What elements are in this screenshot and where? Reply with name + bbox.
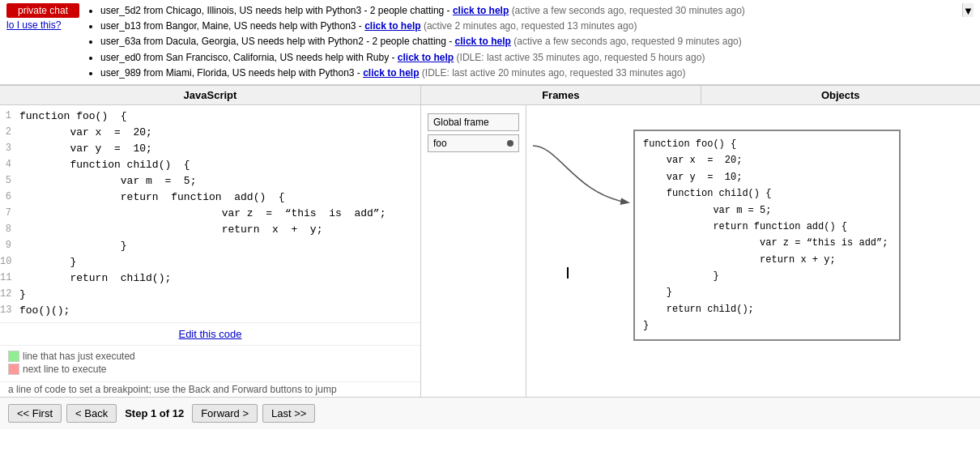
code-line[interactable]: 8 return x + y; (0, 222, 420, 238)
line-content: var y = 10; (16, 141, 420, 157)
nav-bar: << First < Back Step 1 of 12 Forward > L… (0, 397, 980, 429)
text-cursor (567, 267, 569, 279)
line-content: function foo() { (16, 108, 420, 125)
notification-item: user_b13 from Bangor, Maine, US needs he… (100, 19, 962, 34)
code-area[interactable]: 1function foo() {2 var x = 20;3 var y = … (0, 105, 420, 322)
click-help-link[interactable]: click to help (455, 36, 511, 47)
line-number: 5 (0, 173, 16, 188)
line-number: 6 (0, 189, 16, 204)
scrollbar[interactable]: ▼ (962, 3, 974, 17)
notification-meta: (active a few seconds ago, requested 30 … (512, 5, 745, 16)
line-number: 1 (0, 108, 16, 123)
line-content: var z = “this is add”; (16, 206, 420, 222)
code-line[interactable]: 7 var z = “this is add”; (0, 206, 420, 222)
code-line[interactable]: 4 function child() { (0, 157, 420, 173)
legend-green: line that has just executed (8, 351, 412, 362)
line-number: 9 (0, 238, 16, 253)
step-label: Step 1 of 12 (125, 407, 184, 419)
line-content: foo()(); (16, 303, 420, 319)
notification-list: user_5d2 from Chicago, Illinois, US need… (79, 3, 962, 81)
back-button[interactable]: < Back (66, 404, 117, 423)
line-number: 13 (0, 303, 16, 317)
frames-objects-area: Global frame foo (421, 105, 980, 397)
last-button[interactable]: Last >> (262, 404, 315, 423)
code-line[interactable]: 11 return child(); (0, 270, 420, 287)
right-panel: Frames Objects Global frame foo (421, 86, 980, 397)
objects-header: Objects (701, 86, 981, 104)
notification-item: user_989 from Miami, Florida, US needs h… (100, 66, 962, 81)
visualizer: JavaScript 1function foo() {2 var x = 20… (0, 85, 980, 397)
code-line[interactable]: 13foo()(); (0, 303, 420, 319)
object-display: function foo() { var x = 20; var y = 10;… (633, 130, 901, 341)
notification-item: user_ed0 from San Francisco, California,… (100, 50, 962, 66)
code-line[interactable]: 2 var x = 20; (0, 125, 420, 141)
global-frame-label: Global frame (433, 117, 489, 128)
line-number: 7 (0, 206, 16, 220)
line-number: 10 (0, 254, 16, 269)
javascript-header: JavaScript (0, 86, 420, 105)
notification-meta: (IDLE: last active 20 minutes ago, reque… (422, 67, 686, 79)
click-hint: a line of code to set a breakpoint; use … (0, 381, 420, 397)
code-panel: JavaScript 1function foo() {2 var x = 20… (0, 86, 421, 397)
line-number: 8 (0, 222, 16, 236)
line-number: 3 (0, 141, 16, 155)
frames-panel: Global frame foo (421, 105, 526, 397)
foo-frame-dot (507, 140, 513, 147)
line-number: 11 (0, 270, 16, 285)
click-help-link[interactable]: click to help (364, 20, 420, 32)
forward-button[interactable]: Forward > (192, 404, 258, 423)
code-line[interactable]: 10 } (0, 254, 420, 270)
notification-meta: (IDLE: last active 35 minutes ago, reque… (457, 52, 705, 63)
line-content: function child() { (16, 157, 420, 173)
click-help-link[interactable]: click to help (398, 52, 454, 63)
line-content: } (16, 254, 420, 270)
click-help-link[interactable]: click to help (363, 67, 419, 79)
code-line[interactable]: 9 } (0, 238, 420, 254)
right-panel-headers: Frames Objects (421, 86, 980, 105)
notification-left-panel: private chat lo I use this? (6, 3, 79, 31)
line-content: } (16, 238, 420, 254)
notification-meta: (active a few seconds ago, requested 9 m… (513, 36, 742, 47)
code-line[interactable]: 6 return function add() { (0, 189, 420, 206)
code-line[interactable]: 12} (0, 287, 420, 303)
line-content: return child(); (16, 270, 420, 287)
code-line[interactable]: 5 var m = 5; (0, 173, 420, 189)
line-content: return function add() { (16, 189, 420, 206)
how-link[interactable]: lo I use this? (6, 19, 79, 31)
foo-frame-label: foo (433, 138, 447, 149)
code-line[interactable]: 1function foo() { (0, 108, 420, 125)
object-display-text: function foo() { var x = 20; var y = 10;… (643, 136, 891, 334)
notification-meta: (active 2 minutes ago, requested 13 minu… (424, 20, 637, 32)
green-legend-box (8, 351, 19, 362)
global-frame-box[interactable]: Global frame (428, 113, 519, 131)
line-content: var x = 20; (16, 125, 420, 141)
edit-link-bar: Edit this code (0, 322, 420, 345)
first-button[interactable]: << First (8, 404, 62, 423)
notification-item: user_5d2 from Chicago, Illinois, US need… (100, 3, 962, 19)
line-content: } (16, 287, 420, 303)
red-legend-label: next line to execute (23, 364, 106, 375)
foo-frame-box[interactable]: foo (428, 134, 519, 152)
line-number: 12 (0, 287, 16, 301)
text-cursor-indicator (567, 267, 569, 279)
line-number: 4 (0, 157, 16, 172)
edit-this-code-link[interactable]: Edit this code (178, 328, 241, 340)
line-number: 2 (0, 125, 16, 139)
green-legend-label: line that has just executed (23, 351, 135, 362)
objects-panel: function foo() { var x = 20; var y = 10;… (526, 105, 980, 397)
click-help-link[interactable]: click to help (453, 5, 509, 16)
legend-bar: line that has just executed next line to… (0, 345, 420, 381)
frames-header: Frames (421, 86, 701, 104)
notification-item: user_63a from Dacula, Georgia, US needs … (100, 34, 962, 49)
private-chat-button[interactable]: private chat (6, 3, 79, 18)
notification-bar: private chat lo I use this? user_5d2 fro… (0, 0, 980, 85)
line-content: var m = 5; (16, 173, 420, 189)
code-line[interactable]: 3 var y = 10; (0, 141, 420, 157)
red-legend-box (8, 364, 19, 375)
line-content: return x + y; (16, 222, 420, 238)
legend-red: next line to execute (8, 364, 412, 375)
